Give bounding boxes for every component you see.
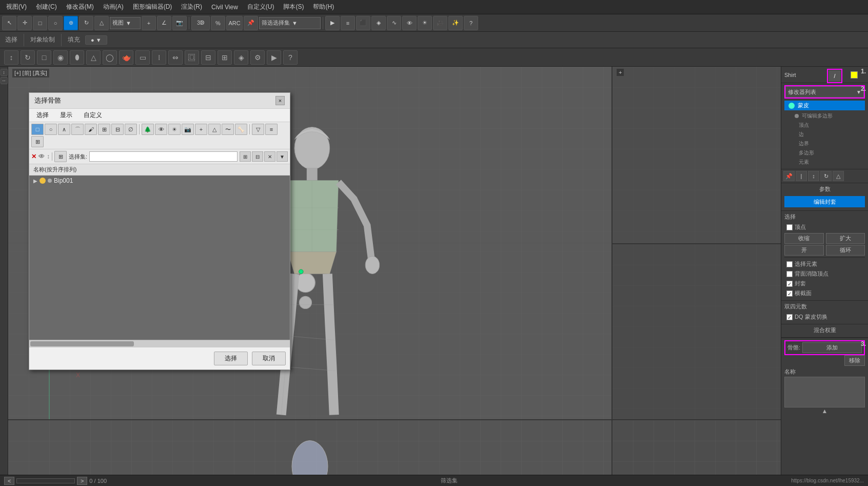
mod-item-edge[interactable]: 边 xyxy=(791,130,865,139)
mod-item-border[interactable]: 边界 xyxy=(791,139,865,148)
mod-item-skin[interactable]: 蒙皮 xyxy=(784,101,865,110)
expand-btn[interactable]: 扩大 xyxy=(826,233,865,244)
dlg-btn-helper[interactable]: + xyxy=(195,124,207,135)
envelope-checkbox[interactable] xyxy=(786,281,793,287)
icon-cone[interactable]: △ xyxy=(86,50,101,65)
icon-teapot[interactable]: 🫖 xyxy=(119,50,133,65)
scale-btn[interactable]: △ xyxy=(94,16,109,30)
dlg-btn-list[interactable]: ≡ xyxy=(265,124,278,135)
menu-render[interactable]: 渲染(R) xyxy=(177,2,206,12)
dlg-btn-rect[interactable]: □ xyxy=(31,124,44,135)
light-btn[interactable]: ☀ xyxy=(418,16,432,30)
rp-modifier-icon[interactable]: / xyxy=(828,70,841,82)
icon-cylinder[interactable]: ⬮ xyxy=(70,50,84,65)
rp-tb-rotate[interactable]: ↻ xyxy=(820,171,832,181)
dlg-filter-all-btn[interactable]: ⊞ xyxy=(54,151,67,162)
left-icon1[interactable]: ↕ xyxy=(1,69,8,76)
camera2-btn[interactable]: 🎥 xyxy=(433,16,447,30)
angle-snap-btn[interactable]: ∠ xyxy=(157,16,171,30)
dialog-cancel-btn[interactable]: 取消 xyxy=(252,352,286,365)
scroll-up-btn[interactable]: ▲ xyxy=(784,407,865,415)
icon-array[interactable]: ⿴ xyxy=(185,50,199,65)
dlg-btn-none[interactable]: ∅ xyxy=(125,124,137,135)
btn-3d[interactable]: 3ↁ xyxy=(191,16,210,30)
menu-graph-editor[interactable]: 图形编辑器(D) xyxy=(129,2,176,12)
dlg-btn-camera3[interactable]: 📷 xyxy=(182,124,194,135)
dialog-hscroll[interactable] xyxy=(29,340,290,347)
dialog-list-item-bip001[interactable]: ▶ Bip001 xyxy=(29,176,290,186)
dlg-btn-shape[interactable]: △ xyxy=(208,124,221,135)
dialog-select-btn[interactable]: 选择 xyxy=(214,352,248,365)
material-btn[interactable]: ◈ xyxy=(371,16,386,30)
dlg-btn-grid[interactable]: ⊞ xyxy=(31,136,44,147)
filter-dropdown[interactable]: 筛选选择集 ▼ xyxy=(259,17,321,29)
pin-btn[interactable]: 📌 xyxy=(244,16,258,30)
filter-copy-btn[interactable]: ⊞ xyxy=(240,151,251,162)
filter-down-btn[interactable]: ▼ xyxy=(277,151,288,162)
rp-tb-move[interactable]: ↕ xyxy=(808,171,819,181)
fill-dropdown-btn[interactable]: ● ▼ xyxy=(85,35,107,45)
dlg-btn-warp[interactable]: 〜 xyxy=(222,124,234,135)
fx-btn[interactable]: ✨ xyxy=(448,16,463,30)
rotate-btn[interactable]: ↻ xyxy=(79,16,93,30)
icon-torus[interactable]: ◯ xyxy=(103,50,117,65)
vertex-checkbox[interactable] xyxy=(786,224,793,230)
viewport-main[interactable]: [+] [前] [真实] Y X xyxy=(8,67,611,419)
filter-close-btn[interactable]: ✕ xyxy=(31,153,36,160)
icon-render[interactable]: ▶ xyxy=(267,50,281,65)
transform-btn[interactable]: ⊕ xyxy=(64,16,78,30)
icon-help2[interactable]: ? xyxy=(283,50,298,65)
dlg-btn-paint[interactable]: 🖌 xyxy=(85,124,97,135)
icon-layer[interactable]: ⊞ xyxy=(218,50,232,65)
hscroll-thumb[interactable] xyxy=(30,341,134,346)
icon-box[interactable]: □ xyxy=(37,50,51,65)
menu-view[interactable]: 视图(V) xyxy=(2,2,31,12)
filter-eye-btn[interactable]: 👁 xyxy=(38,153,45,160)
dlg-btn-hierarchy[interactable]: 🌲 xyxy=(142,124,154,135)
icon-mirror[interactable]: ⇔ xyxy=(168,50,183,65)
modifier-list-dropdown[interactable]: 修改器列表 ▼ xyxy=(785,86,864,98)
viewport-right-bottom[interactable] xyxy=(611,243,781,420)
filter-paste-btn[interactable]: ⊟ xyxy=(252,151,263,162)
remove-btn[interactable]: 移除 xyxy=(844,355,865,366)
filter-sort-btn[interactable]: ↕ xyxy=(47,153,50,160)
filter-del-btn[interactable]: ✕ xyxy=(264,151,275,162)
dlg-btn-light2[interactable]: ☀ xyxy=(168,124,181,135)
layers-btn[interactable]: ≡ xyxy=(341,16,355,30)
icon-render-setup[interactable]: ⚙ xyxy=(250,50,265,65)
add-btn[interactable]: 添加 xyxy=(802,342,862,353)
viewport-right-top[interactable]: + xyxy=(611,67,781,243)
help-btn[interactable]: ? xyxy=(464,16,478,30)
left-icon2[interactable]: ↔ xyxy=(1,77,8,84)
menu-create[interactable]: 创建(C) xyxy=(32,2,61,12)
backface-checkbox[interactable] xyxy=(786,271,793,277)
menu-modifier[interactable]: 修改器(M) xyxy=(62,2,98,12)
dlg-btn-select-all[interactable]: ⊞ xyxy=(98,124,110,135)
dlg-btn-lasso[interactable]: ⌒ xyxy=(71,124,84,135)
icon-move[interactable]: ↕ xyxy=(4,50,18,65)
dialog-list[interactable]: ▶ Bip001 xyxy=(29,176,290,340)
mod-item-element[interactable]: 元素 xyxy=(791,158,865,167)
snap-btn[interactable]: + xyxy=(142,16,156,30)
icon-sphere[interactable]: ◉ xyxy=(53,50,68,65)
camera-btn[interactable]: 📷 xyxy=(172,16,187,30)
dlg-btn-fence[interactable]: ∧ xyxy=(58,124,70,135)
menu-animation[interactable]: 动画(A) xyxy=(99,2,128,12)
rp-tb-scale[interactable]: △ xyxy=(833,171,844,181)
select-set-input[interactable] xyxy=(89,151,238,162)
dlg-btn-filter[interactable]: ▽ xyxy=(252,124,264,135)
dlg-btn-bone[interactable]: 🦴 xyxy=(235,124,247,135)
percent-btn[interactable]: % xyxy=(211,16,225,30)
dialog-menu-display[interactable]: 显示 xyxy=(55,110,77,121)
icon-scatter[interactable]: ⁞ xyxy=(152,50,166,65)
curve-btn[interactable]: ∿ xyxy=(387,16,401,30)
mod-item-vertex[interactable]: 顶点 xyxy=(791,121,865,130)
dialog-menu-select[interactable]: 选择 xyxy=(31,110,54,121)
rp-tb-pin[interactable]: 📌 xyxy=(783,171,795,181)
icon-plane[interactable]: ▭ xyxy=(135,50,150,65)
menu-civil-view[interactable]: Civil View xyxy=(207,3,242,12)
icon-align[interactable]: ⊟ xyxy=(201,50,215,65)
render-btn[interactable]: ⬛ xyxy=(356,16,370,30)
icon-material-editor[interactable]: ◈ xyxy=(234,50,248,65)
move-tool-btn[interactable]: ✛ xyxy=(17,16,32,30)
